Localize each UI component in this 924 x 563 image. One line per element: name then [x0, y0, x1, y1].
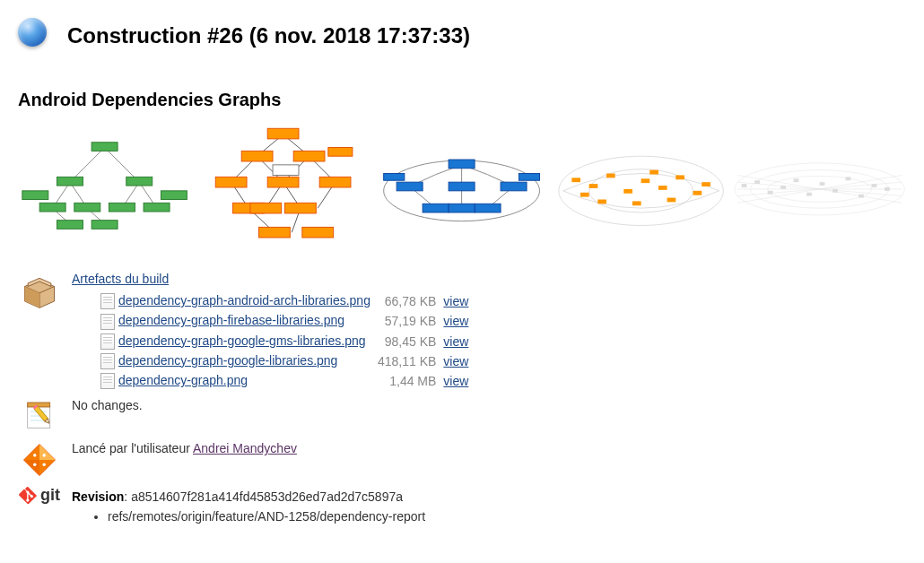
svg-point-79: [43, 454, 47, 457]
svg-rect-14: [215, 177, 247, 187]
thumbnails-row: [18, 119, 906, 254]
svg-rect-49: [649, 170, 658, 175]
artefact-file-link[interactable]: dependency-graph-google-libraries.png: [118, 353, 337, 368]
svg-point-78: [33, 463, 37, 467]
svg-rect-55: [767, 191, 772, 195]
svg-rect-27: [449, 182, 475, 191]
cause-icon: [18, 441, 61, 479]
artefacts-table: dependency-graph-android-arch-libraries.…: [97, 291, 472, 391]
svg-rect-59: [819, 182, 824, 186]
svg-marker-75: [24, 460, 40, 476]
revision-hash: a8514607f281a414fd45853d26ed7ad2d7c5897a: [131, 489, 403, 504]
artefact-row: dependency-graph-google-libraries.png418…: [97, 351, 472, 371]
svg-rect-5: [109, 203, 135, 212]
changes-text: No changes.: [72, 398, 143, 412]
svg-rect-20: [259, 227, 291, 238]
svg-rect-15: [267, 177, 299, 187]
cause-user-link[interactable]: Andrei Mandychev: [193, 441, 297, 455]
artefact-view-link[interactable]: view: [443, 294, 468, 308]
svg-rect-13: [293, 151, 325, 161]
svg-rect-30: [475, 204, 501, 212]
graph-thumbnail[interactable]: [375, 119, 548, 254]
file-icon: [100, 293, 115, 309]
svg-rect-26: [397, 182, 423, 191]
svg-rect-25: [449, 160, 475, 169]
package-icon: [18, 272, 61, 311]
artefact-file-link[interactable]: dependency-graph-android-arch-libraries.…: [118, 293, 370, 307]
svg-rect-38: [606, 174, 615, 178]
svg-rect-60: [832, 189, 838, 193]
artefact-view-link[interactable]: view: [443, 334, 468, 349]
svg-rect-36: [571, 178, 580, 182]
svg-rect-18: [285, 203, 317, 213]
notepad-icon: [18, 398, 61, 434]
svg-rect-19: [250, 203, 282, 213]
artefact-size: 57,19 KB: [374, 311, 440, 331]
svg-rect-61: [845, 177, 850, 180]
revision-block: git Revision: a8514607f281a414fd45853d26…: [18, 486, 906, 525]
svg-rect-37: [588, 184, 597, 188]
svg-rect-21: [302, 227, 334, 238]
refs-list: refs/remotes/origin/feature/AND-1258/dep…: [72, 509, 906, 524]
svg-rect-39: [623, 189, 632, 194]
artefact-view-link[interactable]: view: [443, 314, 468, 328]
artefact-view-link[interactable]: view: [443, 374, 468, 388]
svg-rect-45: [632, 201, 641, 205]
changes-block: No changes.: [18, 398, 906, 434]
svg-point-76: [33, 454, 37, 457]
svg-rect-12: [241, 151, 273, 161]
cause-prefix: Lancé par l'utilisateur: [72, 441, 193, 455]
file-icon: [100, 333, 115, 350]
svg-rect-0: [92, 143, 118, 152]
graph-thumbnail[interactable]: [554, 119, 728, 254]
ref-item: refs/remotes/origin/feature/AND-1258/dep…: [108, 509, 906, 524]
file-icon: [100, 373, 115, 389]
page-title: Construction #26 (6 nov. 2018 17:37:33): [67, 23, 470, 48]
svg-rect-28: [501, 182, 527, 191]
artefact-row: dependency-graph-firebase-libraries.png5…: [97, 311, 472, 331]
artefacts-title-link[interactable]: Artefacts du build: [72, 272, 169, 286]
svg-rect-53: [741, 184, 746, 187]
artefact-size: 98,45 KB: [374, 332, 440, 351]
svg-rect-10: [161, 191, 187, 200]
artefact-row: dependency-graph.png1,44 MBview: [97, 371, 472, 391]
svg-rect-2: [126, 177, 153, 186]
svg-rect-43: [693, 191, 702, 195]
git-icon: git: [18, 486, 61, 505]
svg-rect-62: [859, 195, 864, 198]
svg-rect-40: [641, 178, 649, 183]
svg-rect-47: [702, 182, 710, 186]
svg-rect-4: [74, 203, 100, 212]
svg-rect-58: [806, 193, 812, 196]
graph-thumbnail[interactable]: [18, 119, 191, 254]
graph-thumbnail[interactable]: [196, 119, 370, 254]
artefact-view-link[interactable]: view: [443, 354, 468, 368]
svg-rect-54: [754, 180, 760, 184]
svg-rect-41: [658, 186, 667, 190]
artefact-size: 418,11 KB: [374, 351, 440, 371]
svg-rect-32: [384, 174, 405, 181]
artefact-file-link[interactable]: dependency-graph.png: [118, 373, 248, 387]
graph-thumbnail[interactable]: [733, 119, 906, 254]
svg-rect-46: [667, 198, 676, 203]
svg-rect-44: [597, 199, 606, 204]
svg-marker-74: [39, 445, 56, 461]
graphs-section-title: Android Dependencies Graphs: [18, 90, 906, 110]
artefact-row: dependency-graph-android-arch-libraries.…: [97, 291, 472, 311]
artefact-file-link[interactable]: dependency-graph-google-gms-libraries.pn…: [118, 333, 366, 348]
svg-rect-31: [449, 204, 475, 212]
svg-rect-63: [871, 184, 876, 187]
svg-rect-11: [267, 128, 299, 139]
file-icon: [100, 314, 115, 330]
svg-rect-23: [273, 165, 299, 176]
svg-rect-56: [780, 186, 786, 189]
svg-rect-7: [57, 221, 83, 230]
revision-line: Revision: a8514607f281a414fd45853d26ed7a…: [72, 489, 906, 504]
svg-rect-69: [28, 403, 50, 407]
artefact-size: 1,44 MB: [374, 371, 440, 391]
svg-rect-9: [22, 191, 48, 200]
svg-rect-57: [793, 178, 798, 182]
cause-block: Lancé par l'utilisateur Andrei Mandychev: [18, 441, 906, 479]
artefact-file-link[interactable]: dependency-graph-firebase-libraries.png: [118, 313, 344, 327]
svg-rect-1: [57, 177, 83, 186]
